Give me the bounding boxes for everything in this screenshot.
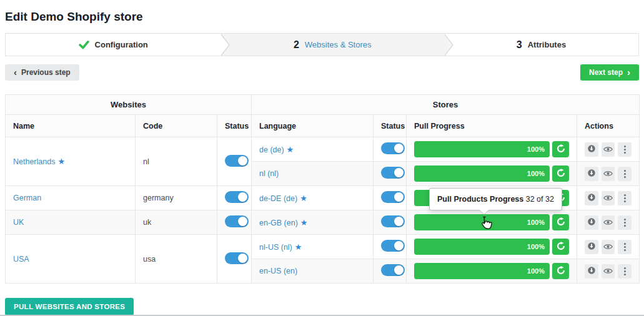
store-language-cell: de-DE (de)★ (252, 186, 374, 210)
step-websites-stores[interactable]: 2 Websites & Stores (220, 34, 444, 56)
check-icon (79, 39, 89, 50)
actions-cell (577, 210, 640, 235)
pull-progress-cell: 100% (407, 162, 577, 186)
more-actions-button[interactable] (618, 240, 632, 254)
download-circle-icon (587, 217, 596, 228)
website-link-uk[interactable]: UK (13, 218, 24, 227)
store-status-toggle[interactable] (381, 191, 405, 203)
star-icon: ★ (57, 157, 65, 166)
pull-websites-and-stores-button[interactable]: PULL WEBSITES AND STORES (5, 298, 134, 315)
kebab-menu-icon (624, 146, 626, 154)
column-header-language: Language (252, 115, 374, 137)
download-circle-icon (587, 242, 596, 252)
kebab-menu-icon (624, 170, 626, 178)
store-link-de-DE[interactable]: de-DE (de) (259, 194, 297, 203)
refresh-progress-button[interactable] (552, 214, 569, 230)
store-link-nl-nl[interactable]: nl (nl) (259, 169, 279, 178)
pull-progress-cell: 100% (407, 137, 577, 162)
group-header-stores: Stores (252, 95, 640, 115)
website-status-toggle[interactable] (225, 155, 249, 167)
pull-products-button[interactable] (585, 264, 598, 279)
store-status-toggle[interactable] (381, 142, 405, 154)
step-configuration[interactable]: Configuration (6, 34, 220, 56)
website-link-netherlands[interactable]: Netherlands (13, 157, 55, 166)
eye-icon (603, 242, 613, 252)
website-name-cell: Netherlands★ (6, 137, 136, 186)
more-actions-button[interactable] (618, 264, 632, 279)
pull-products-button[interactable] (585, 191, 598, 205)
refresh-progress-button[interactable] (552, 141, 569, 157)
website-status-toggle[interactable] (225, 252, 249, 264)
next-step-button[interactable]: Next step › (580, 64, 639, 81)
more-actions-button[interactable] (618, 142, 632, 157)
view-button[interactable] (602, 264, 615, 279)
store-status-cell (374, 162, 407, 186)
refresh-progress-button[interactable] (552, 165, 569, 182)
previous-step-label: Previous step (21, 68, 71, 77)
website-link-usa[interactable]: USA (13, 255, 29, 264)
store-language-cell: nl (nl) (252, 162, 374, 186)
store-link-de-de[interactable]: de (de) (259, 146, 284, 154)
star-icon: ★ (287, 145, 294, 154)
store-link-en-GB[interactable]: en-GB (en) (259, 219, 298, 227)
website-name-cell: USA (6, 235, 136, 284)
pull-products-button[interactable] (585, 167, 598, 181)
actions-cell (577, 162, 640, 186)
eye-icon (603, 169, 613, 179)
website-status-toggle[interactable] (225, 215, 249, 227)
column-header-actions: Actions (577, 115, 640, 137)
store-status-cell (374, 210, 407, 235)
kebab-menu-icon (624, 219, 626, 227)
actions-cell (577, 186, 640, 210)
progress-bar[interactable]: 100% (414, 141, 550, 157)
website-link-german[interactable]: German (13, 194, 41, 202)
store-link-en-US[interactable]: en-US (en) (259, 267, 297, 275)
progress-bar[interactable]: 100% (414, 165, 550, 182)
refresh-icon (557, 242, 565, 252)
view-button[interactable] (602, 142, 615, 157)
website-status-cell (217, 137, 252, 186)
step-label-websites-stores: Websites & Stores (305, 40, 372, 49)
store-status-cell (374, 186, 407, 210)
pull-products-button[interactable] (585, 215, 598, 230)
more-actions-button[interactable] (618, 215, 632, 230)
website-code-cell: uk (136, 210, 217, 235)
store-status-toggle[interactable] (381, 240, 405, 252)
view-button[interactable] (602, 240, 615, 254)
refresh-progress-button[interactable] (552, 239, 569, 255)
column-header-store-status: Status (374, 115, 407, 137)
view-button[interactable] (602, 215, 615, 230)
website-code-cell: usa (136, 235, 217, 284)
table-row: Netherlands★ nl de (de)★ 100% (6, 137, 640, 162)
download-circle-icon (587, 193, 596, 204)
store-status-toggle[interactable] (381, 264, 405, 276)
column-header-name: Name (6, 115, 136, 137)
pull-products-button[interactable] (585, 142, 598, 157)
step-label-configuration: Configuration (95, 40, 148, 49)
pull-progress-cell: 100% (407, 259, 577, 284)
progress-bar[interactable]: 100% (414, 239, 550, 255)
actions-cell (577, 235, 640, 259)
step-attributes[interactable]: 3 Attributes (444, 34, 638, 56)
store-status-toggle[interactable] (381, 167, 405, 179)
eye-icon (603, 194, 613, 203)
eye-icon (603, 145, 613, 154)
page-title: Edit Demo Shopify store (5, 10, 639, 24)
kebab-menu-icon (624, 267, 626, 275)
website-status-cell (217, 186, 252, 210)
website-name-cell: German (6, 186, 136, 210)
download-circle-icon (587, 169, 596, 179)
store-status-toggle[interactable] (381, 215, 405, 227)
more-actions-button[interactable] (618, 191, 632, 205)
store-link-nl-US[interactable]: nl-US (nl) (259, 243, 292, 252)
progress-bar[interactable]: 100% (414, 263, 550, 279)
chevron-right-icon: › (627, 69, 630, 76)
pull-products-button[interactable] (585, 240, 598, 254)
previous-step-button[interactable]: ‹ Previous step (5, 64, 79, 81)
website-status-toggle[interactable] (225, 191, 249, 203)
view-button[interactable] (602, 167, 615, 181)
more-actions-button[interactable] (618, 167, 632, 181)
progress-label: 100% (527, 146, 545, 153)
view-button[interactable] (602, 191, 615, 205)
refresh-progress-button[interactable] (552, 263, 569, 279)
